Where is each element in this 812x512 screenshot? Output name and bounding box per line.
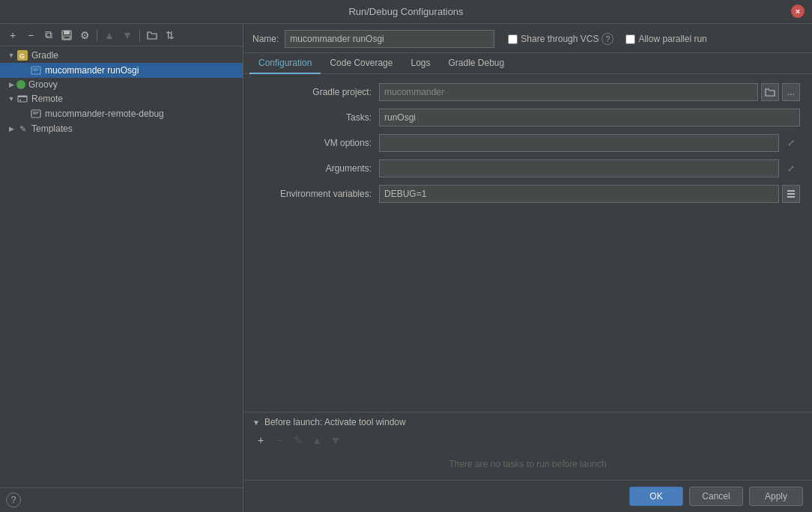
close-button[interactable]: × <box>791 4 805 18</box>
ok-button[interactable]: OK <box>629 487 683 506</box>
before-launch-add-btn[interactable]: + <box>252 432 269 448</box>
vm-options-expand-btn[interactable]: ⤢ <box>782 134 800 152</box>
tree-item-templates[interactable]: ▶ ✎ Templates <box>0 121 243 136</box>
env-variables-row: Environment variables: <box>255 185 800 203</box>
tasks-row: Tasks: <box>255 109 800 127</box>
sort-up-button[interactable]: ▲ <box>101 27 118 43</box>
before-launch-section: ▼ Before launch: Activate tool window + … <box>243 412 812 480</box>
remote-label: Remote <box>31 94 63 104</box>
tree-item-remote-debug[interactable]: mucommander-remote-debug <box>0 106 243 121</box>
remove-config-button[interactable]: − <box>22 27 39 43</box>
gradle-label: Gradle <box>31 50 58 61</box>
cancel-button[interactable]: Cancel <box>689 487 743 506</box>
templates-label: Templates <box>31 124 73 134</box>
svg-rect-15 <box>787 193 795 195</box>
copy-config-button[interactable]: ⧉ <box>40 27 57 43</box>
folder-button[interactable] <box>144 27 160 43</box>
groovy-icon <box>16 80 25 89</box>
config-tree: ▼ G Gradle <box>0 46 243 487</box>
svg-rect-14 <box>787 190 795 192</box>
tab-configuration[interactable]: Configuration <box>249 53 321 74</box>
vm-options-label: VM options: <box>255 138 379 148</box>
remote-arrow: ▼ <box>6 95 16 103</box>
tab-logs[interactable]: Logs <box>402 53 439 74</box>
before-launch-up-btn[interactable]: ▲ <box>309 432 325 448</box>
tree-item-mucommander-runosgi[interactable]: mucommander runOsgi <box>0 63 243 78</box>
toolbar-separator-1 <box>97 29 97 41</box>
env-variables-input[interactable] <box>379 185 779 203</box>
tabs-bar: Configuration Code Coverage Logs Gradle … <box>243 53 812 74</box>
arguments-field: ⤢ <box>379 159 800 177</box>
templates-icon: ✎ <box>16 123 28 135</box>
remote-debug-icon <box>30 108 42 120</box>
gradle-project-field: ... <box>379 83 800 101</box>
env-variables-browse-btn[interactable] <box>782 185 800 203</box>
remote-icon <box>16 93 28 105</box>
gradle-arrow: ▼ <box>6 52 16 59</box>
settings-config-button[interactable]: ⚙ <box>76 27 93 43</box>
svg-point-10 <box>19 100 21 101</box>
before-launch-down-btn[interactable]: ▼ <box>327 432 344 448</box>
gradle-project-label: Gradle project: <box>255 87 379 97</box>
before-launch-remove-btn[interactable]: − <box>271 432 288 448</box>
share-vcs-checkbox[interactable] <box>508 34 518 44</box>
title-bar-text: Run/Debug Configurations <box>348 6 463 17</box>
arguments-row: Arguments: ⤢ <box>255 159 800 177</box>
apply-button[interactable]: Apply <box>749 487 803 506</box>
gradle-project-row: Gradle project: ... <box>255 83 800 101</box>
gradle-project-more-btn[interactable]: ... <box>782 83 800 101</box>
runosgi-icon <box>30 64 42 76</box>
parallel-run-checkbox[interactable] <box>625 34 635 44</box>
name-input[interactable] <box>285 30 494 48</box>
save-config-button[interactable] <box>58 27 75 43</box>
tab-code-coverage[interactable]: Code Coverage <box>321 53 402 74</box>
svg-text:G: G <box>19 52 25 60</box>
svg-rect-16 <box>787 196 795 198</box>
bottom-help-area: ? <box>0 487 243 512</box>
tree-item-remote[interactable]: ▼ Remote <box>0 91 243 106</box>
before-launch-arrow[interactable]: ▼ <box>252 418 260 427</box>
gradle-project-input[interactable] <box>379 83 758 101</box>
svg-rect-1 <box>64 31 70 34</box>
gradle-project-folder-btn[interactable] <box>761 83 779 101</box>
tasks-field <box>379 109 800 127</box>
tree-item-groovy[interactable]: ▶ Groovy <box>0 78 243 91</box>
sort-alpha-button[interactable]: ⇅ <box>162 27 178 43</box>
arguments-label: Arguments: <box>255 163 379 174</box>
vm-options-input[interactable] <box>379 134 779 152</box>
groovy-label: Groovy <box>28 79 58 90</box>
sort-down-button[interactable]: ▼ <box>119 27 136 43</box>
help-button[interactable]: ? <box>6 493 21 508</box>
before-launch-header: ▼ Before launch: Activate tool window <box>252 417 803 427</box>
parallel-run-label: Allow parallel run <box>638 34 706 44</box>
before-launch-toolbar: + − ✎ ▲ ▼ <box>252 432 803 448</box>
vm-options-row: VM options: ⤢ <box>255 134 800 152</box>
toolbar-separator-2 <box>139 29 140 41</box>
add-config-button[interactable]: + <box>4 27 21 43</box>
remote-debug-label: mucommander-remote-debug <box>45 109 164 119</box>
left-panel: + − ⧉ ⚙ ▲ ▼ ⇅ <box>0 24 243 512</box>
arguments-expand-btn[interactable]: ⤢ <box>782 159 800 177</box>
main-layout: + − ⧉ ⚙ ▲ ▼ ⇅ <box>0 24 812 512</box>
share-vcs-help-icon[interactable]: ? <box>602 33 613 45</box>
before-launch-edit-btn[interactable]: ✎ <box>290 432 306 448</box>
arguments-input[interactable] <box>379 159 779 177</box>
tasks-label: Tasks: <box>255 112 379 123</box>
before-launch-title: Before launch: Activate tool window <box>264 417 406 427</box>
parallel-run-container: Allow parallel run <box>625 34 706 44</box>
tasks-input[interactable] <box>379 109 800 127</box>
share-vcs-label: Share through VCS <box>521 34 599 44</box>
env-variables-label: Environment variables: <box>255 189 379 199</box>
vm-options-field: ⤢ <box>379 134 800 152</box>
gradle-icon: G <box>16 49 28 61</box>
tab-gradle-debug[interactable]: Gradle Debug <box>439 53 513 74</box>
groovy-arrow: ▶ <box>6 81 16 88</box>
runosgi-label: mucommander runOsgi <box>45 65 139 76</box>
share-vcs-container: Share through VCS ? <box>508 33 613 45</box>
before-launch-empty-message: There are no tasks to run before launch <box>252 453 803 475</box>
name-row: Name: Share through VCS ? Allow parallel… <box>243 24 812 53</box>
name-label: Name: <box>252 34 279 44</box>
right-panel: Name: Share through VCS ? Allow parallel… <box>243 24 812 512</box>
env-variables-field <box>379 185 800 203</box>
tree-item-gradle[interactable]: ▼ G Gradle <box>0 48 243 63</box>
